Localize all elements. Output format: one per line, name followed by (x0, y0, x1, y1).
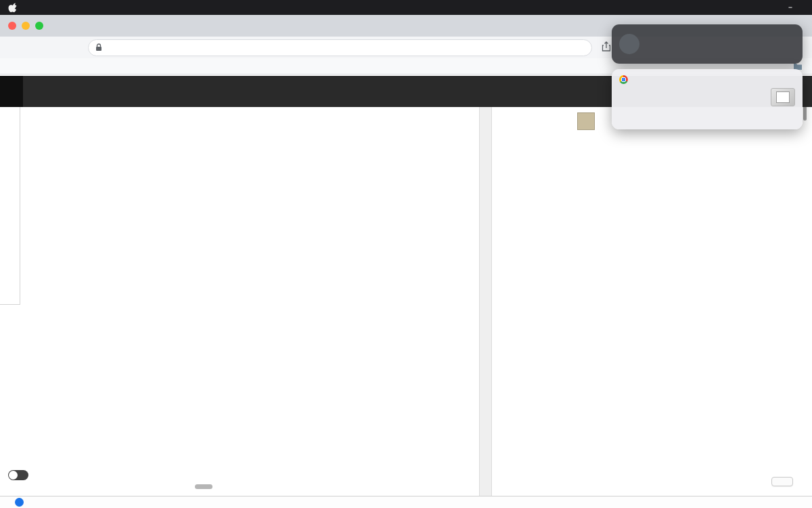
notification-body (619, 88, 765, 106)
share-icon[interactable] (602, 41, 611, 54)
desktop: { "menubar": { "app": "Chrome", "menus":… (0, 0, 812, 508)
material-swatch (577, 112, 595, 130)
notification-content (646, 43, 795, 45)
padlock-icon (95, 43, 102, 51)
design-pane[interactable] (0, 107, 479, 496)
input-source-flag[interactable] (788, 7, 792, 8)
fullscreen-window-button[interactable] (35, 22, 43, 30)
unit-switch[interactable] (8, 470, 28, 480)
menubar-status-area (780, 7, 804, 8)
workpieces-statusbar (0, 496, 812, 508)
chrome-icon (619, 75, 628, 84)
preview-pane[interactable] (492, 107, 812, 496)
unit-toggle (4, 470, 32, 480)
simulate-bar (758, 477, 803, 486)
folder-icon (794, 63, 802, 70)
help-icon[interactable] (15, 498, 24, 507)
close-window-button[interactable] (8, 22, 16, 30)
chrome-notification[interactable] (612, 69, 803, 129)
material-dimension (577, 112, 600, 130)
minimize-window-button[interactable] (22, 22, 30, 30)
window-controls (8, 22, 43, 30)
notification-thumbnail (771, 88, 795, 106)
unit-switch-knob (9, 471, 18, 480)
pane-divider[interactable] (479, 107, 492, 496)
time-machine-icon (619, 34, 639, 54)
design-canvas[interactable] (0, 107, 479, 496)
macos-menubar (0, 0, 812, 15)
easel-tool-palette (0, 107, 20, 305)
bookmarks-right (786, 63, 805, 70)
address-bar[interactable] (88, 39, 592, 56)
apple-menu-icon[interactable] (8, 3, 19, 13)
other-bookmarks[interactable] (794, 63, 805, 70)
easel-pro-badge[interactable] (0, 76, 23, 107)
preview-3d-view[interactable] (492, 107, 812, 496)
vertical-scrollbar[interactable] (803, 84, 807, 121)
backup-notification[interactable] (612, 24, 803, 64)
horizontal-scrollbar[interactable] (195, 484, 212, 489)
simulate-button[interactable] (771, 477, 793, 486)
